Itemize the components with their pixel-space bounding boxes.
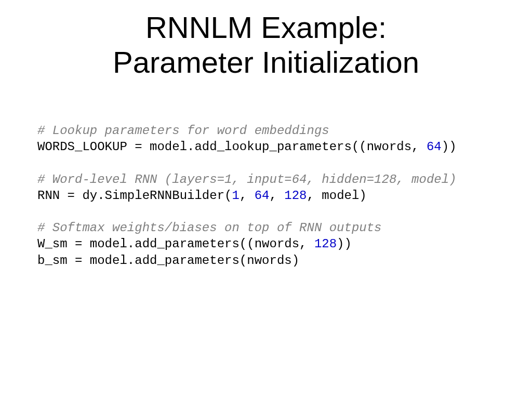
code-comment-3: # Softmax weights/biases on top of RNN o… [37,221,382,235]
code-line-4: b_sm = model.add_parameters(nwords) [37,254,299,268]
code-number-64a: 64 [427,140,442,154]
slide-title: RNNLM Example: Parameter Initialization [0,10,532,79]
code-line-2a: RNN = dy.SimpleRNNBuilder( [37,189,232,203]
title-line-1: RNNLM Example: [145,10,387,44]
code-block: # Lookup parameters for word embeddings … [37,123,457,269]
code-sep-2: , [270,189,285,203]
code-line-3b: )) [337,237,352,251]
code-line-1a: WORDS_LOOKUP = model.add_lookup_paramete… [37,140,427,154]
code-comment-1: # Lookup parameters for word embeddings [37,124,329,138]
code-number-128a: 128 [284,189,307,203]
code-number-64b: 64 [255,189,270,203]
code-number-1: 1 [232,189,239,203]
code-sep-1: , [240,189,255,203]
code-line-1b: )) [442,140,457,154]
code-line-3a: W_sm = model.add_parameters((nwords, [37,237,314,251]
slide: RNNLM Example: Parameter Initialization … [0,0,532,399]
code-number-128b: 128 [314,237,337,251]
code-line-2b: , model) [307,189,367,203]
title-line-2: Parameter Initialization [113,45,419,79]
code-comment-2: # Word-level RNN (layers=1, input=64, hi… [37,172,457,187]
